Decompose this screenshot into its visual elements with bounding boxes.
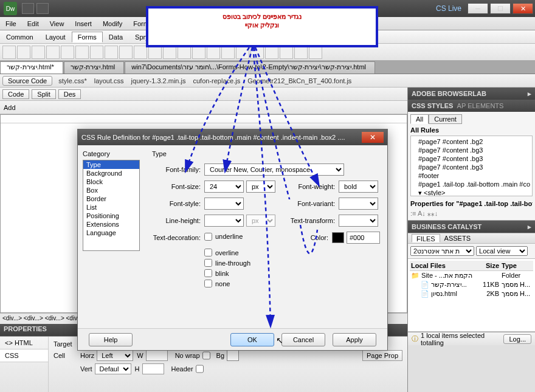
font-variant-select[interactable] [339, 198, 378, 210]
log-button[interactable]: Log... [503, 334, 531, 344]
font-family-select[interactable]: Courier New, Courier, monospace [204, 163, 344, 176]
line-height-select[interactable] [204, 215, 244, 227]
cat-list[interactable]: List [83, 203, 139, 211]
cat-language[interactable]: Language [83, 229, 139, 237]
dialog-titlebar[interactable]: CSS Rule Definition for #page1 .tail-top… [78, 129, 387, 145]
cat-extensions[interactable]: Extensions [83, 220, 139, 229]
close-button[interactable]: ✕ [513, 3, 533, 14]
header-check[interactable] [196, 363, 204, 374]
files-list[interactable]: Local Files Size Type 📁 Site - ...הקמת א… [408, 259, 535, 332]
bg-swatch[interactable] [227, 350, 239, 361]
checkbox-icon[interactable] [61, 46, 74, 59]
form-icon[interactable] [2, 46, 16, 59]
file-row-name[interactable]: 📁 Site - ...הקמת את [411, 272, 477, 280]
font-style-select[interactable] [204, 198, 244, 210]
col-local[interactable]: Local Files [411, 262, 477, 269]
source-code-button[interactable]: Source Code [2, 76, 52, 86]
css-styles-header[interactable]: CSS STYLES AP ELEMENTS [408, 100, 535, 112]
layout-button[interactable] [36, 3, 49, 14]
view-select[interactable]: Local view [476, 246, 528, 256]
doc-tab-3[interactable]: win7\Documents\חומר עזר\...\Forms-How-to… [125, 61, 375, 74]
apply-button[interactable]: Apply [333, 333, 376, 346]
menu-edit[interactable]: Edit [22, 20, 44, 27]
textarea-icon[interactable] [46, 46, 60, 59]
linethrough-check[interactable] [204, 259, 212, 267]
rel-file-3[interactable]: jquery-1.3.2.min.js [131, 77, 186, 84]
file-row-name[interactable]: 📄 נסיון.html [411, 290, 477, 298]
css-tab-current[interactable]: Current [429, 114, 462, 124]
rule-item[interactable]: #page7 #content .bg3 [412, 146, 531, 154]
cancel-button[interactable]: Cancel [281, 333, 325, 346]
blink-check[interactable] [204, 269, 212, 277]
dialog-close-button[interactable]: ✕ [362, 132, 384, 143]
category-list[interactable]: Type Background Block Box Border List Po… [83, 160, 140, 251]
file-row-name[interactable]: 📄 יצירת-קשר... [411, 281, 477, 289]
help-button[interactable]: Help [89, 333, 133, 346]
rule-item[interactable]: #page7 #content .bg2 [412, 137, 531, 146]
horz-select[interactable]: Left [97, 350, 133, 361]
select-icon[interactable] [119, 46, 133, 59]
prop-tab-html[interactable]: <> HTML [0, 337, 48, 349]
minimize-button[interactable]: ─ [468, 3, 488, 14]
checkboxgroup-icon[interactable] [75, 46, 89, 59]
color-input[interactable] [347, 232, 380, 244]
underline-check[interactable] [204, 233, 212, 241]
rel-file-1[interactable]: style.css* [58, 77, 86, 84]
radio-icon[interactable] [90, 46, 103, 59]
font-size-select[interactable]: 24 [204, 181, 244, 193]
vert-select[interactable]: Default [95, 363, 131, 374]
textfield-icon[interactable] [17, 46, 30, 59]
files-tab[interactable]: FILES [412, 234, 440, 242]
font-weight-select[interactable]: bold [339, 181, 378, 193]
text-transform-select[interactable] [339, 215, 378, 227]
rel-file-4[interactable]: cufon-replace.js [193, 77, 240, 84]
assets-tab[interactable]: ASSETS [440, 234, 475, 242]
cat-forms[interactable]: Forms [72, 32, 103, 43]
cat-type[interactable]: Type [83, 160, 139, 169]
site-select[interactable]: ת אתר אינטרנט2 [410, 246, 474, 256]
css-rules-list[interactable]: #page7 #content .bg2 #page7 #content .bg… [410, 136, 533, 196]
rule-item[interactable]: #page1 .tail-top .tail-bottom .main #co [412, 180, 531, 188]
cat-block[interactable]: Block [83, 177, 139, 186]
overline-check[interactable] [204, 249, 212, 256]
rel-file-2[interactable]: layout.css [94, 77, 124, 84]
cat-background[interactable]: Background [83, 169, 139, 177]
col-size[interactable]: Size [477, 262, 502, 269]
none-check[interactable] [204, 280, 212, 287]
css-tab-all[interactable]: All [410, 114, 429, 124]
w-input[interactable] [146, 350, 168, 361]
menu-modify[interactable]: Modify [97, 20, 128, 27]
doc-tab-1[interactable]: יצירת-קשר.html* [0, 61, 63, 74]
col-type[interactable]: Type [502, 262, 532, 269]
cat-box[interactable]: Box [83, 186, 139, 194]
code-view-button[interactable]: Code [2, 89, 29, 99]
cat-common[interactable]: Common [0, 32, 40, 43]
ok-button[interactable]: OK [230, 333, 274, 346]
rel-file-5[interactable]: Geometr212_BkCn_BT_400.font.js [247, 77, 351, 84]
rule-item[interactable]: ▾ <style> [412, 188, 531, 196]
font-size-unit-select[interactable]: px [246, 181, 275, 193]
rule-item[interactable]: #footer [412, 171, 531, 180]
rule-item[interactable]: #page7 #content .bg3 [412, 163, 531, 171]
prop-tab-css[interactable]: CSS [0, 349, 48, 362]
menu-insert[interactable]: Insert [69, 20, 97, 27]
cat-border[interactable]: Border [83, 194, 139, 203]
menu-view[interactable]: View [44, 20, 70, 27]
workspace-button[interactable] [22, 3, 34, 14]
design-view-button[interactable]: Des [58, 89, 81, 99]
cslive-link[interactable]: CS Live [436, 4, 461, 13]
nowrap-check[interactable] [202, 350, 210, 361]
doc-tab-2[interactable]: יצירת-קשר.html [64, 61, 125, 74]
color-swatch[interactable] [332, 232, 344, 243]
cat-positioning[interactable]: Positioning [83, 211, 139, 220]
hidden-icon[interactable] [32, 46, 45, 59]
menu-file[interactable]: File [0, 20, 22, 27]
rule-item[interactable]: #page7 #content .bg3 [412, 154, 531, 163]
maximize-button[interactable]: ☐ [490, 3, 511, 14]
split-view-button[interactable]: Split [32, 89, 55, 99]
page-properties-button[interactable]: Page Prop [362, 350, 402, 361]
line-height-unit-select[interactable]: px [246, 215, 275, 227]
browserlab-header[interactable]: ADOBE BROWSERLAB▸ [408, 88, 535, 100]
radiogroup-icon[interactable] [105, 46, 118, 59]
h-input[interactable] [142, 363, 164, 374]
